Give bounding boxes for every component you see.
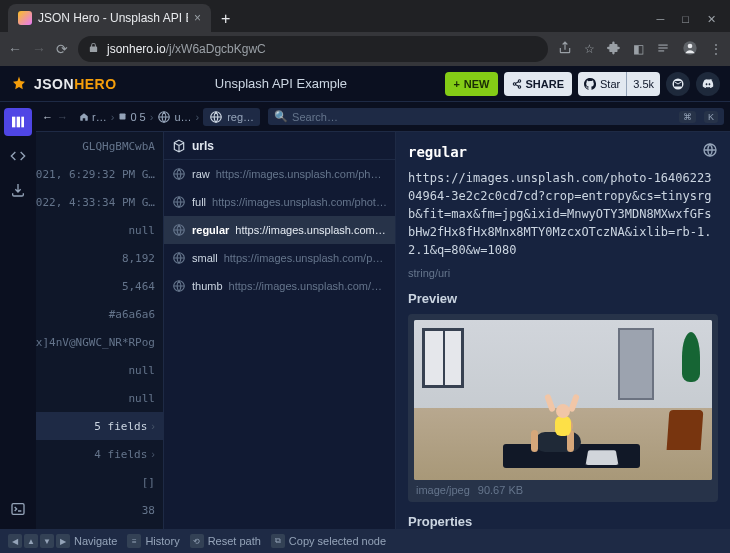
share-link-icon (512, 79, 522, 89)
kbd-cmd: ⌘ (679, 111, 696, 123)
share-icon[interactable] (558, 41, 572, 58)
crumb-index[interactable]: 0 5 (118, 111, 145, 123)
reset-icon: ⟲ (190, 534, 204, 548)
logo-text-json: JSON (34, 76, 74, 92)
maximize-icon[interactable]: □ (682, 13, 689, 26)
crumb-forward-icon[interactable]: → (57, 111, 68, 123)
rail-code-view[interactable] (4, 142, 32, 170)
parent-row[interactable]: 4 fields› (36, 440, 163, 468)
forward-icon[interactable]: → (32, 41, 46, 57)
column-parent[interactable]: GLQHgBMCwbA7, 2021, 6:29:32 PM G…31, 202… (36, 132, 164, 529)
close-window-icon[interactable]: ✕ (707, 13, 716, 26)
share-button[interactable]: SHARE (504, 72, 573, 96)
address-bar[interactable]: jsonhero.io/j/xW6aDgcbKgwC (78, 36, 548, 62)
parent-row[interactable]: [] (36, 468, 163, 496)
url-row-full[interactable]: fullhttps://images.unsplash.com/phot… (164, 188, 395, 216)
status-history[interactable]: History (145, 535, 179, 547)
rail-terminal[interactable] (4, 495, 32, 523)
url-host: jsonhero.io (107, 42, 166, 56)
status-reset[interactable]: Reset path (208, 535, 261, 547)
logo-text-hero: HERO (74, 76, 116, 92)
crumb-urls[interactable]: u… (157, 110, 191, 124)
logo[interactable]: JSONHERO (10, 75, 117, 93)
svg-rect-0 (658, 44, 667, 45)
kbd-k: K (704, 111, 718, 123)
search-icon: 🔍 (274, 110, 288, 123)
parent-row[interactable]: GLQHgBMCwbA (36, 132, 163, 160)
preview-heading: Preview (408, 291, 718, 306)
svg-rect-11 (21, 117, 24, 128)
window-titlebar: JSON Hero - Unsplash API Exam × + ─ □ ✕ (0, 0, 730, 32)
column-header: urls (164, 132, 395, 160)
crumb-back-icon[interactable]: ← (42, 111, 53, 123)
favicon (18, 11, 32, 25)
url-row-thumb[interactable]: thumbhttps://images.unsplash.com/phot… (164, 272, 395, 300)
search-input[interactable]: 🔍 Search… ⌘ K (268, 108, 724, 125)
reading-list-icon[interactable] (656, 41, 670, 58)
svg-rect-9 (12, 117, 15, 128)
minimize-icon[interactable]: ─ (657, 13, 665, 26)
history-icon: ≡ (127, 534, 141, 548)
svg-point-4 (688, 43, 693, 48)
url-row-raw[interactable]: rawhttps://images.unsplash.com/phot… (164, 160, 395, 188)
breadcrumb-bar: ← → r… › 0 5 › u… › reg… 🔍 Search… ⌘ K (36, 102, 730, 132)
browser-tab[interactable]: JSON Hero - Unsplash API Exam × (8, 4, 211, 32)
close-tab-icon[interactable]: × (194, 11, 201, 25)
object-icon (172, 139, 186, 153)
svg-rect-13 (120, 114, 126, 120)
preview-image[interactable] (414, 320, 712, 480)
parent-row[interactable]: null (36, 216, 163, 244)
parent-row[interactable]: #a6a6a6 (36, 300, 163, 328)
app-header: JSONHERO Unsplash API Example +NEW SHARE… (0, 66, 730, 102)
detail-panel: regular https://images.unsplash.com/phot… (396, 132, 730, 529)
crumb-home[interactable]: r… (79, 111, 107, 123)
detail-type: string/uri (408, 267, 718, 279)
parent-row[interactable]: @t7bvx]4nV@NGWC_NR*RPog (36, 328, 163, 356)
crumb-current-chip[interactable]: reg… (203, 108, 260, 126)
parent-row[interactable]: null (36, 356, 163, 384)
extensions-icon[interactable] (607, 41, 621, 58)
new-button[interactable]: +NEW (445, 72, 497, 96)
parent-row[interactable]: null (36, 384, 163, 412)
parent-row[interactable]: 5 fields› (36, 412, 163, 440)
bookmark-icon[interactable]: ☆ (584, 42, 595, 56)
columns: GLQHgBMCwbA7, 2021, 6:29:32 PM G…31, 202… (36, 132, 730, 529)
reload-icon[interactable]: ⟳ (56, 41, 68, 57)
svg-rect-12 (12, 504, 24, 515)
github-star-count: 3.5k (627, 78, 660, 90)
status-bar: ◀▲▼▶Navigate ≡History ⟲Reset path ⧉Copy … (0, 529, 730, 553)
status-navigate[interactable]: Navigate (74, 535, 117, 547)
parent-row[interactable]: 38 (36, 496, 163, 524)
properties-heading: Properties (408, 514, 718, 529)
open-in-new-icon[interactable] (702, 142, 718, 161)
new-tab-button[interactable]: + (221, 10, 230, 32)
document-title[interactable]: Unsplash API Example (127, 76, 436, 91)
back-icon[interactable]: ← (8, 41, 22, 57)
explorer: ← → r… › 0 5 › u… › reg… 🔍 Search… ⌘ K (36, 102, 730, 529)
parent-row[interactable]: 7, 2021, 6:29:32 PM G… (36, 160, 163, 188)
detail-title: regular (408, 144, 467, 160)
url-row-regular[interactable]: regularhttps://images.unsplash.com/p… (164, 216, 395, 244)
preview-box: image/jpeg 90.67 KB (408, 314, 718, 502)
column-urls[interactable]: urls rawhttps://images.unsplash.com/phot… (164, 132, 396, 529)
svg-rect-1 (658, 47, 667, 48)
status-copy[interactable]: Copy selected node (289, 535, 386, 547)
email-button[interactable] (666, 72, 690, 96)
side-panel-icon[interactable]: ◧ (633, 42, 644, 56)
svg-point-7 (518, 85, 521, 88)
rail-download[interactable] (4, 176, 32, 204)
profile-icon[interactable] (682, 40, 698, 59)
url-row-small[interactable]: smallhttps://images.unsplash.com/phot… (164, 244, 395, 272)
detail-url-value[interactable]: https://images.unsplash.com/photo-164062… (408, 169, 718, 259)
lock-icon (88, 42, 99, 56)
github-star-pill[interactable]: Star 3.5k (578, 72, 660, 96)
github-icon (584, 78, 596, 90)
discord-button[interactable] (696, 72, 720, 96)
menu-icon[interactable]: ⋮ (710, 42, 722, 56)
parent-row[interactable]: 5,464 (36, 272, 163, 300)
parent-row[interactable]: 8,192 (36, 244, 163, 272)
svg-point-5 (518, 79, 521, 82)
preview-mime: image/jpeg (416, 484, 470, 496)
parent-row[interactable]: 31, 2022, 4:33:34 PM G… (36, 188, 163, 216)
rail-columns-view[interactable] (4, 108, 32, 136)
